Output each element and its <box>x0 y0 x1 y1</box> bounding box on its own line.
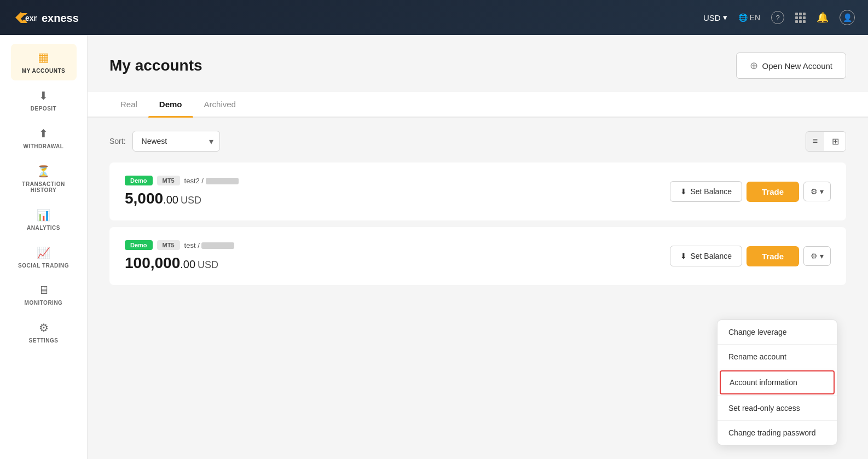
gear-chevron-icon-2: ▾ <box>820 252 824 260</box>
sidebar-item-social-trading[interactable]: 📈 SOCIAL TRADING <box>11 240 77 275</box>
notifications-button[interactable]: 🔔 <box>817 11 829 24</box>
bell-icon: 🔔 <box>817 11 829 24</box>
view-toggle: ≡ ⊞ <box>806 131 846 152</box>
sidebar-item-settings[interactable]: ⚙ SETTINGS <box>11 315 77 350</box>
account-1-set-balance-button[interactable]: ⬇ Set Balance <box>670 181 742 202</box>
currency-selector[interactable]: USD ▾ <box>703 13 727 22</box>
plus-icon: ⊕ <box>750 60 758 72</box>
open-new-account-button[interactable]: ⊕ Open New Account <box>736 53 846 79</box>
tab-archived[interactable]: Archived <box>193 92 247 117</box>
account-1-info: Demo MT5 test2 / 5,000.00USD <box>125 176 239 207</box>
my-accounts-icon: ▦ <box>38 50 49 65</box>
sort-controls: Sort: Newest Oldest Balance <box>109 131 220 152</box>
sidebar-item-transaction-history[interactable]: ⏳ TRANSACTION HISTORY <box>11 158 77 200</box>
trade-label-2: Trade <box>762 252 784 261</box>
exness-text-logo: exness <box>42 10 96 25</box>
sidebar-item-withdrawal[interactable]: ⬆ WITHDRAWAL <box>11 120 77 156</box>
svg-text:exness: exness <box>42 12 79 24</box>
profile-button[interactable]: 👤 <box>840 10 855 25</box>
account-1-number-masked <box>206 178 239 184</box>
account-2-gear-button[interactable]: ⚙ ▾ <box>803 246 831 266</box>
sidebar-item-my-accounts[interactable]: ▦ MY ACCOUNTS <box>11 44 77 80</box>
main-content: My accounts ⊕ Open New Account Real Demo… <box>88 35 868 459</box>
account-card-2: Demo MT5 test / 100,000.00USD ⬇ Set Bala… <box>109 227 846 285</box>
sidebar-item-label-settings: SETTINGS <box>28 338 58 344</box>
sidebar: ▦ MY ACCOUNTS ⬇ DEPOSIT ⬆ WITHDRAWAL ⏳ T… <box>0 35 88 459</box>
account-1-mt5-badge: MT5 <box>157 176 180 185</box>
sort-select-wrapper: Newest Oldest Balance <box>132 131 220 152</box>
account-2-balance: 100,000.00USD <box>125 254 234 272</box>
grid-view-icon: ⊞ <box>832 137 839 146</box>
sidebar-item-label-my-accounts: MY ACCOUNTS <box>22 68 65 74</box>
account-2-mt5-badge: MT5 <box>157 240 180 250</box>
account-1-gear-button[interactable]: ⚙ ▾ <box>803 182 831 201</box>
account-2-trade-button[interactable]: Trade <box>747 246 799 266</box>
account-2-actions: ⬇ Set Balance Trade ⚙ ▾ <box>670 246 831 266</box>
dropdown-account-information[interactable]: Account information <box>720 370 835 394</box>
monitoring-icon: 🖥 <box>38 284 49 297</box>
withdrawal-icon: ⬆ <box>39 127 48 140</box>
help-icon: ? <box>771 11 784 24</box>
sidebar-item-analytics[interactable]: 📊 ANALYTICS <box>11 202 77 237</box>
dropdown-rename-account[interactable]: Rename account <box>717 345 837 369</box>
account-2-set-balance-button[interactable]: ⬇ Set Balance <box>670 246 742 266</box>
gear-icon-1: ⚙ <box>811 187 818 196</box>
download-icon-2: ⬇ <box>680 252 687 260</box>
currency-value: USD <box>703 13 721 22</box>
gear-icon-2: ⚙ <box>811 252 818 260</box>
sidebar-item-monitoring[interactable]: 🖥 MONITORING <box>11 277 77 312</box>
gear-chevron-icon-1: ▾ <box>820 187 824 196</box>
list-view-icon: ≡ <box>813 136 818 146</box>
dropdown-change-leverage[interactable]: Change leverage <box>717 320 837 344</box>
main-layout: ▦ MY ACCOUNTS ⬇ DEPOSIT ⬆ WITHDRAWAL ⏳ T… <box>0 35 868 459</box>
view-grid-button[interactable]: ⊞ <box>825 132 846 151</box>
sidebar-item-deposit[interactable]: ⬇ DEPOSIT <box>11 83 77 118</box>
sort-select[interactable]: Newest Oldest Balance <box>132 131 220 152</box>
account-1-name: test2 / <box>184 177 239 185</box>
sidebar-item-label-social-trading: SOCIAL TRADING <box>18 263 69 269</box>
transaction-history-icon: ⏳ <box>37 165 50 178</box>
dropdown-divider-2 <box>717 369 837 369</box>
open-account-label: Open New Account <box>762 61 832 71</box>
dropdown-change-trading-password[interactable]: Change trading password <box>717 421 837 445</box>
dropdown-set-readonly[interactable]: Set read-only access <box>717 396 837 420</box>
tab-demo[interactable]: Demo <box>148 92 193 117</box>
account-1-demo-badge: Demo <box>125 176 153 185</box>
apps-grid-icon <box>795 13 806 23</box>
account-2-badges: Demo MT5 test / <box>125 240 234 250</box>
account-1-balance: 5,000.00USD <box>125 190 239 207</box>
set-balance-label-2: Set Balance <box>690 252 732 260</box>
view-list-button[interactable]: ≡ <box>806 132 824 151</box>
account-2-name: test / <box>184 241 235 249</box>
apps-grid-button[interactable] <box>795 13 806 23</box>
sort-bar: Sort: Newest Oldest Balance ≡ ⊞ <box>109 131 846 152</box>
sidebar-item-label-transaction-history: TRANSACTION HISTORY <box>15 181 72 193</box>
account-1-trade-button[interactable]: Trade <box>747 182 799 202</box>
social-trading-icon: 📈 <box>37 246 50 259</box>
exness-logo-icon: exness <box>13 9 37 26</box>
account-card-1: Demo MT5 test2 / 5,000.00USD ⬇ Set Balan… <box>109 162 846 220</box>
deposit-icon: ⬇ <box>39 89 48 102</box>
currency-chevron-icon: ▾ <box>723 13 727 22</box>
account-settings-dropdown: Change leverage Rename account Account i… <box>717 319 837 445</box>
settings-icon: ⚙ <box>39 321 49 334</box>
user-icon: 👤 <box>840 10 855 25</box>
account-2-demo-badge: Demo <box>125 240 153 250</box>
page-header: My accounts ⊕ Open New Account <box>109 53 846 79</box>
sidebar-item-label-analytics: ANALYTICS <box>27 225 60 231</box>
svg-text:exness: exness <box>25 14 37 22</box>
account-1-actions: ⬇ Set Balance Trade ⚙ ▾ <box>670 181 831 202</box>
set-balance-label-1: Set Balance <box>690 187 732 196</box>
account-1-balance-value: 5,000.00USD <box>125 190 201 207</box>
sidebar-item-label-withdrawal: WITHDRAWAL <box>24 143 64 149</box>
header: exness exness USD ▾ 🌐 EN ? <box>0 0 868 35</box>
tab-real[interactable]: Real <box>109 92 148 117</box>
download-icon-1: ⬇ <box>680 187 687 196</box>
tabs-bar: Real Demo Archived <box>88 92 868 118</box>
account-2-info: Demo MT5 test / 100,000.00USD <box>125 240 234 272</box>
account-1-badges: Demo MT5 test2 / <box>125 176 239 185</box>
header-controls: USD ▾ 🌐 EN ? 🔔 👤 <box>703 10 855 25</box>
language-selector[interactable]: 🌐 EN <box>738 13 760 22</box>
sidebar-item-label-deposit: DEPOSIT <box>31 106 56 112</box>
help-button[interactable]: ? <box>771 11 784 24</box>
